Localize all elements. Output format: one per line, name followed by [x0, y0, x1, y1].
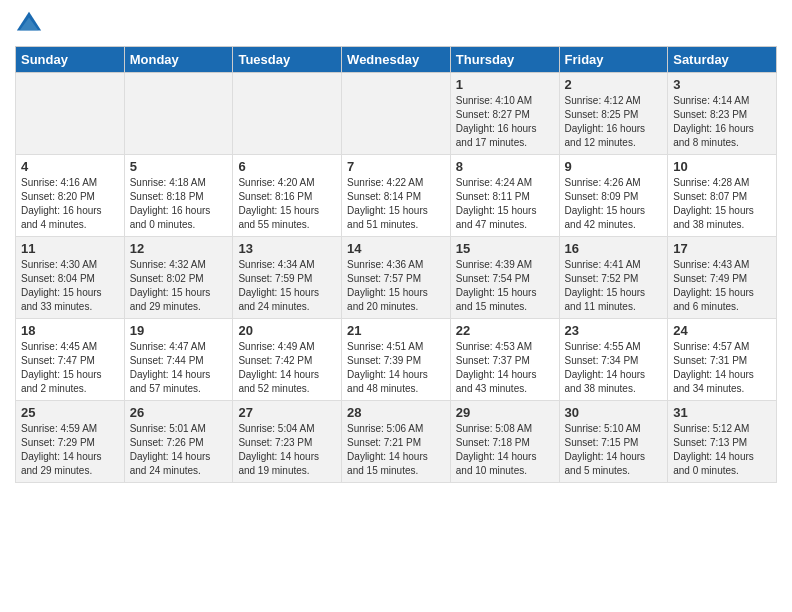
- day-number: 10: [673, 159, 771, 174]
- column-header-monday: Monday: [124, 47, 233, 73]
- day-info: Sunrise: 5:04 AM Sunset: 7:23 PM Dayligh…: [238, 422, 336, 478]
- day-cell: 17Sunrise: 4:43 AM Sunset: 7:49 PM Dayli…: [668, 237, 777, 319]
- day-cell: [233, 73, 342, 155]
- day-cell: 28Sunrise: 5:06 AM Sunset: 7:21 PM Dayli…: [342, 401, 451, 483]
- day-number: 16: [565, 241, 663, 256]
- logo: [15, 10, 47, 38]
- day-cell: 19Sunrise: 4:47 AM Sunset: 7:44 PM Dayli…: [124, 319, 233, 401]
- day-info: Sunrise: 5:08 AM Sunset: 7:18 PM Dayligh…: [456, 422, 554, 478]
- day-cell: 6Sunrise: 4:20 AM Sunset: 8:16 PM Daylig…: [233, 155, 342, 237]
- day-cell: 13Sunrise: 4:34 AM Sunset: 7:59 PM Dayli…: [233, 237, 342, 319]
- day-cell: 31Sunrise: 5:12 AM Sunset: 7:13 PM Dayli…: [668, 401, 777, 483]
- day-info: Sunrise: 4:22 AM Sunset: 8:14 PM Dayligh…: [347, 176, 445, 232]
- day-cell: 8Sunrise: 4:24 AM Sunset: 8:11 PM Daylig…: [450, 155, 559, 237]
- day-cell: 26Sunrise: 5:01 AM Sunset: 7:26 PM Dayli…: [124, 401, 233, 483]
- day-cell: 5Sunrise: 4:18 AM Sunset: 8:18 PM Daylig…: [124, 155, 233, 237]
- day-cell: [342, 73, 451, 155]
- day-info: Sunrise: 4:34 AM Sunset: 7:59 PM Dayligh…: [238, 258, 336, 314]
- day-number: 26: [130, 405, 228, 420]
- day-number: 21: [347, 323, 445, 338]
- day-cell: 7Sunrise: 4:22 AM Sunset: 8:14 PM Daylig…: [342, 155, 451, 237]
- day-cell: 27Sunrise: 5:04 AM Sunset: 7:23 PM Dayli…: [233, 401, 342, 483]
- column-header-wednesday: Wednesday: [342, 47, 451, 73]
- week-row-5: 25Sunrise: 4:59 AM Sunset: 7:29 PM Dayli…: [16, 401, 777, 483]
- column-header-tuesday: Tuesday: [233, 47, 342, 73]
- day-cell: 10Sunrise: 4:28 AM Sunset: 8:07 PM Dayli…: [668, 155, 777, 237]
- column-header-sunday: Sunday: [16, 47, 125, 73]
- day-cell: 2Sunrise: 4:12 AM Sunset: 8:25 PM Daylig…: [559, 73, 668, 155]
- day-info: Sunrise: 4:30 AM Sunset: 8:04 PM Dayligh…: [21, 258, 119, 314]
- day-info: Sunrise: 4:45 AM Sunset: 7:47 PM Dayligh…: [21, 340, 119, 396]
- day-number: 9: [565, 159, 663, 174]
- day-number: 2: [565, 77, 663, 92]
- day-cell: 11Sunrise: 4:30 AM Sunset: 8:04 PM Dayli…: [16, 237, 125, 319]
- column-header-saturday: Saturday: [668, 47, 777, 73]
- header-row: SundayMondayTuesdayWednesdayThursdayFrid…: [16, 47, 777, 73]
- day-number: 7: [347, 159, 445, 174]
- day-info: Sunrise: 4:57 AM Sunset: 7:31 PM Dayligh…: [673, 340, 771, 396]
- page-container: SundayMondayTuesdayWednesdayThursdayFrid…: [0, 0, 792, 491]
- column-header-thursday: Thursday: [450, 47, 559, 73]
- day-number: 20: [238, 323, 336, 338]
- day-info: Sunrise: 4:59 AM Sunset: 7:29 PM Dayligh…: [21, 422, 119, 478]
- day-cell: 25Sunrise: 4:59 AM Sunset: 7:29 PM Dayli…: [16, 401, 125, 483]
- day-info: Sunrise: 4:12 AM Sunset: 8:25 PM Dayligh…: [565, 94, 663, 150]
- day-info: Sunrise: 5:01 AM Sunset: 7:26 PM Dayligh…: [130, 422, 228, 478]
- day-cell: 14Sunrise: 4:36 AM Sunset: 7:57 PM Dayli…: [342, 237, 451, 319]
- day-number: 4: [21, 159, 119, 174]
- day-number: 29: [456, 405, 554, 420]
- day-info: Sunrise: 4:47 AM Sunset: 7:44 PM Dayligh…: [130, 340, 228, 396]
- day-number: 5: [130, 159, 228, 174]
- day-cell: 18Sunrise: 4:45 AM Sunset: 7:47 PM Dayli…: [16, 319, 125, 401]
- day-info: Sunrise: 4:43 AM Sunset: 7:49 PM Dayligh…: [673, 258, 771, 314]
- day-info: Sunrise: 4:26 AM Sunset: 8:09 PM Dayligh…: [565, 176, 663, 232]
- day-cell: [16, 73, 125, 155]
- day-number: 27: [238, 405, 336, 420]
- week-row-4: 18Sunrise: 4:45 AM Sunset: 7:47 PM Dayli…: [16, 319, 777, 401]
- day-info: Sunrise: 5:06 AM Sunset: 7:21 PM Dayligh…: [347, 422, 445, 478]
- week-row-1: 1Sunrise: 4:10 AM Sunset: 8:27 PM Daylig…: [16, 73, 777, 155]
- day-number: 30: [565, 405, 663, 420]
- day-number: 22: [456, 323, 554, 338]
- day-cell: 21Sunrise: 4:51 AM Sunset: 7:39 PM Dayli…: [342, 319, 451, 401]
- calendar-table: SundayMondayTuesdayWednesdayThursdayFrid…: [15, 46, 777, 483]
- day-info: Sunrise: 4:36 AM Sunset: 7:57 PM Dayligh…: [347, 258, 445, 314]
- day-info: Sunrise: 4:10 AM Sunset: 8:27 PM Dayligh…: [456, 94, 554, 150]
- day-cell: 22Sunrise: 4:53 AM Sunset: 7:37 PM Dayli…: [450, 319, 559, 401]
- day-info: Sunrise: 4:41 AM Sunset: 7:52 PM Dayligh…: [565, 258, 663, 314]
- day-number: 11: [21, 241, 119, 256]
- week-row-2: 4Sunrise: 4:16 AM Sunset: 8:20 PM Daylig…: [16, 155, 777, 237]
- day-number: 18: [21, 323, 119, 338]
- day-number: 19: [130, 323, 228, 338]
- day-number: 1: [456, 77, 554, 92]
- day-number: 3: [673, 77, 771, 92]
- day-number: 17: [673, 241, 771, 256]
- day-cell: 15Sunrise: 4:39 AM Sunset: 7:54 PM Dayli…: [450, 237, 559, 319]
- header: [15, 10, 777, 38]
- day-info: Sunrise: 5:10 AM Sunset: 7:15 PM Dayligh…: [565, 422, 663, 478]
- day-cell: 1Sunrise: 4:10 AM Sunset: 8:27 PM Daylig…: [450, 73, 559, 155]
- day-number: 28: [347, 405, 445, 420]
- day-info: Sunrise: 4:16 AM Sunset: 8:20 PM Dayligh…: [21, 176, 119, 232]
- day-info: Sunrise: 4:28 AM Sunset: 8:07 PM Dayligh…: [673, 176, 771, 232]
- day-info: Sunrise: 4:18 AM Sunset: 8:18 PM Dayligh…: [130, 176, 228, 232]
- logo-icon: [15, 10, 43, 38]
- day-info: Sunrise: 4:14 AM Sunset: 8:23 PM Dayligh…: [673, 94, 771, 150]
- day-number: 13: [238, 241, 336, 256]
- day-cell: [124, 73, 233, 155]
- day-cell: 23Sunrise: 4:55 AM Sunset: 7:34 PM Dayli…: [559, 319, 668, 401]
- day-number: 15: [456, 241, 554, 256]
- day-number: 25: [21, 405, 119, 420]
- day-cell: 29Sunrise: 5:08 AM Sunset: 7:18 PM Dayli…: [450, 401, 559, 483]
- day-cell: 24Sunrise: 4:57 AM Sunset: 7:31 PM Dayli…: [668, 319, 777, 401]
- day-number: 23: [565, 323, 663, 338]
- day-cell: 20Sunrise: 4:49 AM Sunset: 7:42 PM Dayli…: [233, 319, 342, 401]
- day-info: Sunrise: 4:53 AM Sunset: 7:37 PM Dayligh…: [456, 340, 554, 396]
- day-cell: 30Sunrise: 5:10 AM Sunset: 7:15 PM Dayli…: [559, 401, 668, 483]
- day-info: Sunrise: 4:49 AM Sunset: 7:42 PM Dayligh…: [238, 340, 336, 396]
- day-info: Sunrise: 5:12 AM Sunset: 7:13 PM Dayligh…: [673, 422, 771, 478]
- day-cell: 4Sunrise: 4:16 AM Sunset: 8:20 PM Daylig…: [16, 155, 125, 237]
- day-info: Sunrise: 4:24 AM Sunset: 8:11 PM Dayligh…: [456, 176, 554, 232]
- day-info: Sunrise: 4:39 AM Sunset: 7:54 PM Dayligh…: [456, 258, 554, 314]
- day-cell: 9Sunrise: 4:26 AM Sunset: 8:09 PM Daylig…: [559, 155, 668, 237]
